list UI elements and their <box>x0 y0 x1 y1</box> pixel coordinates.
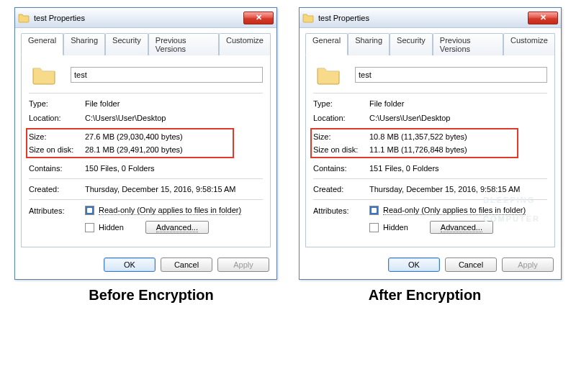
tab-customize[interactable]: Customize <box>219 33 271 55</box>
tab-strip: General Sharing Security Previous Versio… <box>21 32 271 55</box>
contains-label: Contains: <box>29 164 85 173</box>
hidden-label: Hidden <box>99 223 124 232</box>
apply-button[interactable]: Apply <box>502 257 554 272</box>
location-value: C:\Users\User\Desktop <box>85 114 263 122</box>
size-on-disk-label: Size on disk: <box>29 145 85 154</box>
size-value: 27.6 MB (29,030,400 bytes) <box>85 132 231 141</box>
created-value: Thursday, December 15, 2016, 9:58:15 AM <box>369 185 547 193</box>
separator <box>29 199 263 200</box>
folder-name-input[interactable] <box>355 67 547 83</box>
window-title: test Properties <box>318 14 528 22</box>
close-icon: ✕ <box>540 13 546 22</box>
size-on-disk-label: Size on disk: <box>313 145 369 154</box>
type-label: Type: <box>29 99 85 108</box>
tab-strip: General Sharing Security Previous Versio… <box>305 32 555 55</box>
ok-button[interactable]: OK <box>388 257 440 272</box>
readonly-label: Read-only (Only applies to files in fold… <box>99 206 241 215</box>
tab-panel-general: Type:File folder Location:C:\Users\User\… <box>21 55 271 247</box>
attributes-label: Attributes: <box>313 206 369 215</box>
size-highlight-box: Size:10.8 MB (11,357,522 bytes) Size on … <box>310 128 518 158</box>
button-bar: OK Cancel Apply <box>305 257 555 272</box>
close-icon: ✕ <box>256 13 262 22</box>
cancel-button[interactable]: Cancel <box>161 257 212 272</box>
hidden-checkbox[interactable] <box>85 223 94 232</box>
created-label: Created: <box>29 185 85 193</box>
size-label: Size: <box>313 132 369 141</box>
folder-icon <box>302 12 314 24</box>
folder-name-input[interactable] <box>71 67 263 83</box>
dialog-body: General Sharing Security Previous Versio… <box>15 28 276 279</box>
separator <box>313 199 547 200</box>
titlebar[interactable]: test Properties ✕ <box>300 8 561 28</box>
button-bar: OK Cancel Apply <box>21 257 271 272</box>
location-label: Location: <box>29 114 85 122</box>
comparison-wrap: test Properties ✕ General Sharing Securi… <box>0 0 576 287</box>
contains-value: 151 Files, 0 Folders <box>369 164 547 173</box>
contains-value: 150 Files, 0 Folders <box>85 164 263 173</box>
close-button[interactable]: ✕ <box>528 12 558 24</box>
properties-dialog-before: test Properties ✕ General Sharing Securi… <box>14 7 277 280</box>
titlebar[interactable]: test Properties ✕ <box>15 8 276 28</box>
cancel-button[interactable]: Cancel <box>445 257 497 272</box>
created-value: Thursday, December 15, 2016, 9:58:15 AM <box>85 185 263 193</box>
tab-sharing[interactable]: Sharing <box>63 33 105 55</box>
separator <box>313 178 547 179</box>
advanced-button[interactable]: Advanced... <box>145 221 209 234</box>
size-value: 10.8 MB (11,357,522 bytes) <box>369 132 516 141</box>
tab-previous-versions[interactable]: Previous Versions <box>148 33 219 55</box>
hidden-label: Hidden <box>383 223 408 232</box>
size-label: Size: <box>29 132 85 141</box>
tab-general[interactable]: General <box>21 33 63 55</box>
size-highlight-box: Size:27.6 MB (29,030,400 bytes) Size on … <box>26 128 234 158</box>
separator <box>313 93 547 94</box>
tab-panel-general: Type:File folder Location:C:\Users\User\… <box>305 55 555 247</box>
tab-previous-versions[interactable]: Previous Versions <box>433 33 503 55</box>
caption-before: Before Encryption <box>18 287 284 304</box>
readonly-checkbox[interactable] <box>85 206 94 215</box>
size-on-disk-value: 28.1 MB (29,491,200 bytes) <box>85 145 231 154</box>
location-value: C:\Users\User\Desktop <box>369 114 547 122</box>
ok-button[interactable]: OK <box>104 257 156 272</box>
caption-after: After Encryption <box>292 287 558 304</box>
tab-sharing[interactable]: Sharing <box>348 33 390 55</box>
contains-label: Contains: <box>313 164 369 173</box>
tab-security[interactable]: Security <box>105 33 148 55</box>
size-on-disk-value: 11.1 MB (11,726,848 bytes) <box>369 145 516 154</box>
properties-dialog-after: test Properties ✕ General Sharing Securi… <box>299 7 562 280</box>
type-value: File folder <box>369 99 547 108</box>
close-button[interactable]: ✕ <box>243 12 274 24</box>
advanced-button[interactable]: Advanced... <box>430 221 493 234</box>
folder-icon <box>32 64 56 86</box>
separator <box>29 93 263 94</box>
tab-security[interactable]: Security <box>390 33 433 55</box>
attributes-label: Attributes: <box>29 206 85 215</box>
dialog-body: General Sharing Security Previous Versio… <box>300 28 561 279</box>
location-label: Location: <box>313 114 369 122</box>
window-title: test Properties <box>34 14 243 22</box>
folder-icon <box>18 12 30 24</box>
type-value: File folder <box>85 99 263 108</box>
separator <box>29 178 263 179</box>
readonly-checkbox[interactable] <box>369 206 379 215</box>
captions-row: Before Encryption After Encryption <box>0 287 576 304</box>
tab-customize[interactable]: Customize <box>503 33 555 55</box>
folder-icon <box>316 64 341 86</box>
hidden-checkbox[interactable] <box>369 223 379 232</box>
readonly-label: Read-only (Only applies to files in fold… <box>383 206 526 215</box>
apply-button[interactable]: Apply <box>217 257 269 272</box>
type-label: Type: <box>313 99 369 108</box>
created-label: Created: <box>313 185 369 193</box>
tab-general[interactable]: General <box>305 33 348 55</box>
